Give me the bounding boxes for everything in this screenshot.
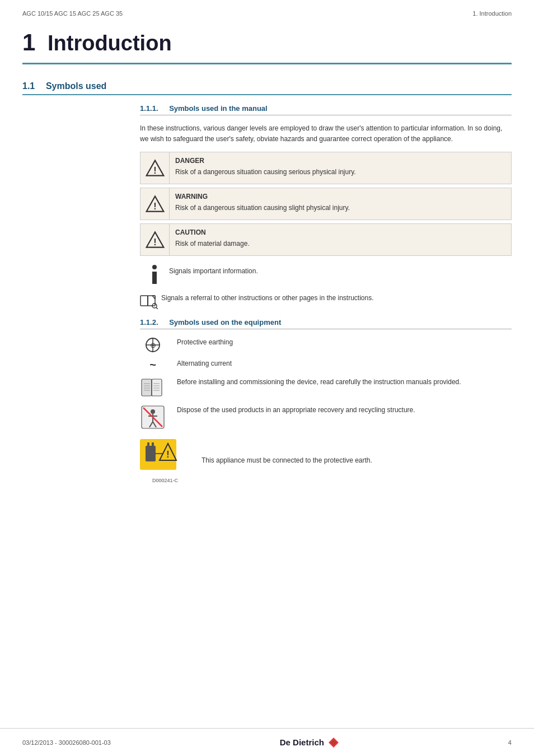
d000241-image: ! <box>140 437 190 477</box>
equip-text-book: Before installing and commissioning the … <box>177 377 512 387</box>
referral-icon <box>140 293 158 309</box>
ac-symbol-icon: ~ <box>140 358 166 371</box>
caution-icon-cell: ! <box>140 224 170 255</box>
caution-text: Risk of material damage. <box>175 239 505 249</box>
recycle-symbol-icon <box>140 405 166 430</box>
svg-text:!: ! <box>153 201 156 211</box>
equip-row-book: Before installing and commissioning the … <box>140 377 512 399</box>
referral-text: Signals a referral to other instructions… <box>161 293 374 303</box>
page-footer: 03/12/2013 - 300026080-001-03 De Dietric… <box>0 728 534 756</box>
earth-icon: ⊕ <box>145 337 161 353</box>
page-number: 4 <box>508 739 512 746</box>
section-1-1-title: Symbols used <box>46 81 106 91</box>
svg-rect-19 <box>152 379 162 396</box>
danger-icon-cell: ! <box>140 152 170 184</box>
subsection-1-1-2: 1.1.2. Symbols used on the equipment <box>140 318 512 329</box>
danger-triangle-icon: ! <box>145 158 165 178</box>
svg-text:!: ! <box>166 450 169 459</box>
warning-box: ! WARNING Risk of a dangerous situation … <box>140 188 512 220</box>
equip-row-ac: ~ Alternating current <box>140 358 512 371</box>
svg-rect-8 <box>140 296 148 306</box>
danger-text: Risk of a dangerous situation causing se… <box>175 167 505 177</box>
warning-triangle-icon: ! <box>145 194 165 214</box>
svg-rect-9 <box>148 296 155 306</box>
content-left <box>22 95 134 483</box>
info-text: Signals important information. <box>169 260 258 276</box>
warning-icon-cell: ! <box>140 188 170 220</box>
danger-label: DANGER <box>175 157 505 165</box>
header-right: 1. Introduction <box>472 10 512 17</box>
svg-point-30 <box>151 409 155 414</box>
caution-content: CAUTION Risk of material damage. <box>170 224 511 255</box>
de-dietrich-logo-icon <box>328 737 339 748</box>
svg-rect-38 <box>147 442 149 448</box>
info-icon <box>144 263 165 286</box>
chapter-number: 1 <box>22 29 35 56</box>
svg-text:!: ! <box>153 237 156 247</box>
caution-label: CAUTION <box>175 228 505 236</box>
equip-row-recycle: Dispose of the used products in an appro… <box>140 405 512 430</box>
danger-box: ! DANGER Risk of a dangerous situation c… <box>140 152 512 184</box>
danger-content: DANGER Risk of a dangerous situation cau… <box>170 152 511 184</box>
svg-line-13 <box>156 307 158 309</box>
svg-rect-7 <box>152 272 157 284</box>
warning-content: WARNING Risk of a dangerous situation ca… <box>170 188 511 220</box>
warning-text: Risk of a dangerous situation causing sl… <box>175 203 505 213</box>
footer-brand: De Dietrich <box>280 737 339 748</box>
equip-text-ac: Alternating current <box>177 358 512 368</box>
info-row: Signals important information. <box>140 260 512 288</box>
caution-box: ! CAUTION Risk of material damage. <box>140 223 512 256</box>
main-content: 1.1.1. Symbols used in the manual In the… <box>22 95 512 483</box>
d000241-svg: ! <box>140 439 190 475</box>
subsection-1-1-2-title: Symbols used on the equipment <box>169 318 281 326</box>
protective-earth-block: ! D000241-C This appliance must be conne… <box>140 437 512 483</box>
info-icon-cell <box>140 260 169 288</box>
recycle-icon <box>140 405 165 430</box>
svg-rect-37 <box>146 446 156 461</box>
d000241-block: ! D000241-C <box>140 437 190 483</box>
earth-symbol-icon: ⊕ <box>140 337 166 353</box>
warning-label: WARNING <box>175 193 505 200</box>
svg-rect-36 <box>140 439 176 470</box>
page-header: AGC 10/15 AGC 15 AGC 25 AGC 35 1. Introd… <box>0 0 534 21</box>
subsection-1-1-2-number: 1.1.2. <box>140 318 158 326</box>
referral-note: Signals a referral to other instructions… <box>140 293 512 309</box>
book-icon <box>140 377 165 399</box>
svg-rect-39 <box>152 442 154 448</box>
caution-triangle-icon: ! <box>145 230 165 250</box>
subsection-1-1-1-number: 1.1.1. <box>140 104 158 113</box>
chapter-title: Introduction <box>48 31 172 55</box>
svg-point-6 <box>152 265 157 269</box>
svg-text:⊕: ⊕ <box>150 341 156 349</box>
header-left: AGC 10/15 AGC 15 AGC 25 AGC 35 <box>22 10 123 17</box>
equipment-symbols: ⊕ Protective earthing ~ Alternating curr… <box>140 337 512 430</box>
footer-date: 03/12/2013 - 300026080-001-03 <box>22 739 111 746</box>
brand-name: De Dietrich <box>280 738 324 747</box>
subsection-1-1-1-title: Symbols used in the manual <box>169 104 268 113</box>
equip-text-recycle: Dispose of the used products in an appro… <box>177 405 512 415</box>
svg-text:!: ! <box>153 165 156 175</box>
intro-paragraph: In these instructions, various danger le… <box>140 123 512 144</box>
content-right: 1.1.1. Symbols used in the manual In the… <box>134 95 512 483</box>
equip-row-earth: ⊕ Protective earthing <box>140 337 512 353</box>
d000241-label: D000241-C <box>152 478 178 483</box>
equip-text-earth: Protective earthing <box>177 337 512 347</box>
section-1-1-number: 1.1 <box>22 81 35 91</box>
protective-earth-text: This appliance must be connected to the … <box>202 455 372 465</box>
book-symbol-icon <box>140 377 166 399</box>
svg-rect-18 <box>142 379 152 396</box>
subsection-1-1-1: 1.1.1. Symbols used in the manual <box>140 104 512 115</box>
